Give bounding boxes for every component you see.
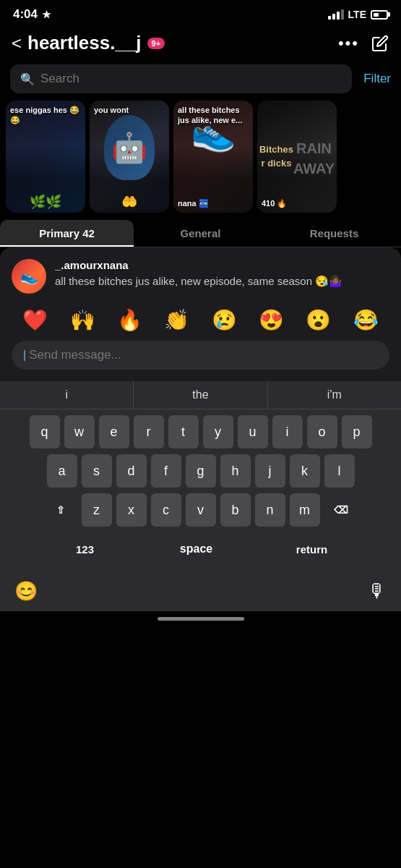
reaction-fire[interactable]: 🔥 — [117, 308, 142, 332]
suggestion-i[interactable]: i — [0, 381, 134, 409]
keyboard-bottom: 😊 🎙 — [0, 574, 401, 611]
story-caption: Bitches r dicksRAIN AWAY — [257, 101, 337, 213]
story-item[interactable]: ese niggas hes 😂😂 🌿🌿 — [6, 101, 85, 213]
key-o[interactable]: o — [307, 415, 337, 448]
page-title: heartless.__j — [27, 32, 142, 54]
suggestion-the[interactable]: the — [134, 381, 267, 409]
key-x[interactable]: x — [116, 493, 147, 527]
story-image: 🤖 — [104, 115, 155, 180]
search-bar[interactable]: 🔍 — [10, 64, 352, 93]
story-caption: you wont — [94, 105, 165, 115]
keyboard-row-1: q w e r t y u i o p — [3, 415, 398, 448]
status-bar: 4:04 ★ LTE — [0, 0, 401, 26]
search-icon: 🔍 — [20, 72, 35, 86]
story-username: 410 🔥 — [262, 199, 287, 208]
shift-key[interactable]: ⇧ — [44, 493, 77, 527]
key-g[interactable]: g — [186, 454, 216, 488]
status-indicators: LTE — [328, 9, 388, 20]
more-options-button[interactable]: ••• — [338, 34, 359, 53]
numbers-key[interactable]: 123 — [58, 532, 113, 566]
message-input[interactable] — [29, 348, 378, 362]
battery-icon — [371, 10, 388, 20]
key-t[interactable]: t — [168, 415, 199, 448]
story-caption: ese niggas hes 😂😂 — [10, 105, 81, 126]
key-l[interactable]: l — [324, 454, 355, 488]
reply-popup: 👟 _.amourxnana all these bitches jus ali… — [0, 247, 401, 381]
keyboard-suggestions: i the i'm — [0, 381, 401, 409]
story-username: nana 🏧 — [178, 199, 209, 208]
key-b[interactable]: b — [220, 493, 251, 527]
key-k[interactable]: k — [290, 454, 320, 488]
key-u[interactable]: u — [238, 415, 268, 448]
status-time: 4:04 ★ — [13, 7, 51, 22]
signal-icon — [328, 9, 344, 20]
story-item[interactable]: 🤖 you wont 🤲 — [90, 101, 169, 213]
reaction-cry[interactable]: 😢 — [212, 308, 237, 332]
space-key[interactable]: space — [117, 532, 276, 566]
home-indicator — [0, 611, 401, 624]
reply-username: _.amourxnana — [55, 259, 342, 271]
header-right: ••• — [338, 34, 389, 53]
key-m[interactable]: m — [290, 493, 320, 527]
reply-avatar: 👟 — [12, 259, 46, 294]
search-input[interactable] — [40, 72, 342, 86]
compose-button[interactable] — [371, 34, 389, 53]
tab-primary[interactable]: Primary 42 — [0, 220, 134, 247]
story-bottom-icon: 🌿🌿 — [30, 194, 61, 210]
reply-content: _.amourxnana all these bitches jus alike… — [55, 259, 342, 289]
keyboard-row-2: a s d f g h j k l — [3, 454, 398, 488]
key-v[interactable]: v — [186, 493, 216, 527]
tab-requests[interactable]: Requests — [267, 220, 401, 247]
story-item[interactable]: 👟 all these bitches jus alike, new e... … — [173, 101, 253, 213]
notification-badge: 9+ — [147, 38, 165, 49]
reaction-laugh[interactable]: 😂 — [353, 308, 379, 332]
keyboard-row-3: ⇧ z x c v b n m ⌫ — [3, 493, 398, 527]
back-button[interactable]: < — [12, 33, 22, 54]
return-key[interactable]: return — [280, 532, 344, 566]
header-left: < heartless.__j 9+ — [12, 32, 165, 54]
delete-key[interactable]: ⌫ — [324, 493, 358, 527]
keyboard-row-4: 123 space return — [3, 532, 398, 566]
message-input-container[interactable]: | — [12, 341, 389, 370]
reaction-clap[interactable]: 👏 — [164, 308, 189, 332]
stories-row: ese niggas hes 😂😂 🌿🌿 🤖 you wont 🤲 👟 all … — [0, 101, 401, 220]
key-z[interactable]: z — [82, 493, 112, 527]
filter-button[interactable]: Filter — [363, 72, 391, 86]
key-d[interactable]: d — [116, 454, 147, 488]
tabs-row: Primary 42 General Requests — [0, 220, 401, 247]
key-r[interactable]: r — [134, 415, 164, 448]
key-s[interactable]: s — [82, 454, 112, 488]
reply-text: all these bitches jus alike, new episode… — [55, 273, 342, 289]
key-w[interactable]: w — [64, 415, 95, 448]
key-i[interactable]: i — [272, 415, 303, 448]
reply-header: 👟 _.amourxnana all these bitches jus ali… — [12, 259, 389, 294]
story-bottom-icon: 🤲 — [121, 194, 137, 210]
microphone-button[interactable]: 🎙 — [368, 580, 387, 603]
reaction-love[interactable]: 😍 — [259, 308, 284, 332]
key-y[interactable]: y — [203, 415, 233, 448]
key-h[interactable]: h — [220, 454, 251, 488]
key-f[interactable]: f — [151, 454, 181, 488]
tab-general[interactable]: General — [134, 220, 267, 247]
text-cursor: | — [23, 349, 26, 362]
key-p[interactable]: p — [342, 415, 372, 448]
key-j[interactable]: j — [255, 454, 285, 488]
key-c[interactable]: c — [151, 493, 181, 527]
reaction-heart[interactable]: ❤️ — [22, 308, 48, 332]
keyboard: q w e r t y u i o p a s d f g h j k l ⇧ … — [0, 409, 401, 574]
suggestion-im[interactable]: i'm — [268, 381, 401, 409]
key-e[interactable]: e — [99, 415, 129, 448]
key-a[interactable]: a — [47, 454, 77, 488]
reaction-hands[interactable]: 🙌 — [70, 308, 95, 332]
header: < heartless.__j 9+ ••• — [0, 26, 401, 61]
emoji-reactions-row: ❤️ 🙌 🔥 👏 😢 😍 😮 😂 — [12, 301, 389, 338]
key-q[interactable]: q — [30, 415, 60, 448]
story-caption: all these bitches jus alike, new e... — [178, 105, 249, 126]
emoji-keyboard-button[interactable]: 😊 — [14, 580, 38, 603]
key-n[interactable]: n — [255, 493, 285, 527]
lte-label: LTE — [348, 9, 366, 20]
story-item[interactable]: Bitches r dicksRAIN AWAY 410 🔥 — [257, 101, 337, 213]
reaction-wow[interactable]: 😮 — [306, 308, 331, 332]
home-bar — [158, 617, 244, 621]
